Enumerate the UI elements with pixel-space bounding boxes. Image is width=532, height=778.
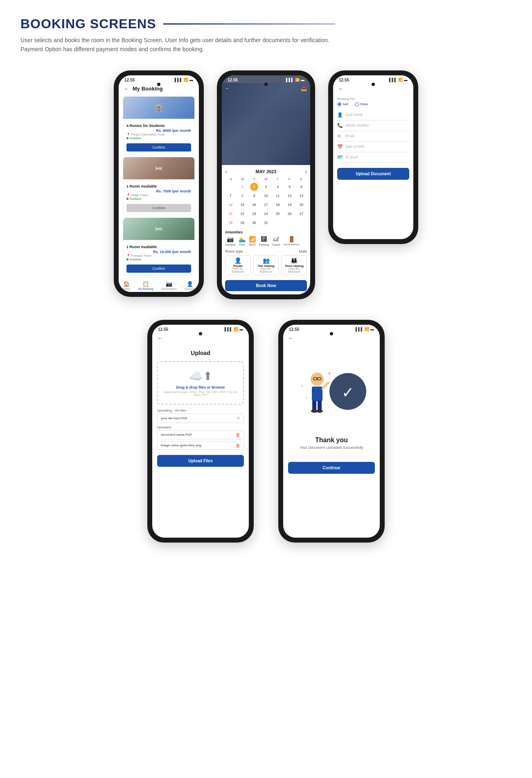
nav-home-label: Home <box>123 287 131 290</box>
cal-day-22[interactable]: 22 <box>238 210 246 218</box>
cal-day-29[interactable]: 29 <box>238 219 246 227</box>
back-arrow-2[interactable]: ← <box>225 86 230 91</box>
radio-other[interactable]: Other <box>355 102 368 106</box>
upload-document-button[interactable]: Upload Document <box>337 168 409 180</box>
avail-badge-3: Available <box>126 258 191 261</box>
room-type-three[interactable]: 👨‍👨‍👦 Three sharing From Rs. 5000/room <box>281 255 307 275</box>
email-icon: ✉ <box>337 133 343 139</box>
cal-day-27[interactable]: 27 <box>298 210 306 218</box>
room-type-private[interactable]: 👤 Private From Rs. 5000/room <box>225 255 251 275</box>
camera-dot-3 <box>372 83 375 86</box>
pool-icon: 🏊 <box>239 236 246 242</box>
three-sharing-icon: 👨‍👨‍👦 <box>291 257 298 264</box>
cal-day-21[interactable]: 21 <box>226 210 234 218</box>
cal-day-17[interactable]: 17 <box>262 201 270 209</box>
continue-button[interactable]: Continue <box>288 462 375 474</box>
browse-link[interactable]: Browse <box>212 385 225 389</box>
nav-my-booking[interactable]: 📋 My Booking <box>138 281 153 290</box>
cal-day-14[interactable]: 14 <box>226 201 234 209</box>
nav-home[interactable]: 🏠 Home <box>123 281 131 290</box>
nav-subscription[interactable]: 📷 Subscription <box>161 281 177 290</box>
cal-day-23[interactable]: 23 <box>250 210 258 218</box>
phone-calendar: 12.55 ▌▌▌ 📶 ▬ ← 📤 ‹ MAY 2023 › <box>217 70 315 299</box>
cal-day-9[interactable]: 9 <box>250 192 258 200</box>
screens-row-2: 12.55 ▌▌▌ 📶 ▬ ← Upload ☁️⬆ Drag & drop f… <box>20 320 512 543</box>
status-icons-2: ▌▌▌ 📶 ▬ <box>286 78 304 82</box>
booking-icon: 📋 <box>142 281 149 287</box>
cal-day-18[interactable]: 18 <box>274 201 282 209</box>
success-svg: ✓ <box>295 355 368 428</box>
cal-day-4[interactable]: 4 <box>274 183 282 191</box>
confirm-btn-3[interactable]: Confirm <box>126 265 191 273</box>
cal-day-15[interactable]: 15 <box>238 201 246 209</box>
avail-dot-3 <box>126 258 128 260</box>
avail-dot-1 <box>126 137 128 139</box>
battery-icon-3: ▬ <box>404 78 408 82</box>
field-id-proof[interactable]: 🪪 ID Proof <box>337 152 409 163</box>
phone-upload: 12.55 ▌▌▌ 📶 ▬ ← Upload ☁️⬆ Drag & drop f… <box>147 320 254 543</box>
signal-icon-5: ▌▌▌ <box>356 327 363 331</box>
cal-day-11[interactable]: 11 <box>274 192 282 200</box>
confirm-btn-1[interactable]: Confirm <box>126 143 191 152</box>
svg-line-7 <box>322 382 328 389</box>
cal-day-13[interactable]: 13 <box>298 192 306 200</box>
cal-day-8[interactable]: 8 <box>238 192 246 200</box>
cal-day-2[interactable]: 2 <box>250 183 258 191</box>
cal-day-6[interactable]: 6 <box>298 183 306 191</box>
cal-day-28[interactable]: 28 <box>226 219 234 227</box>
cal-day-30[interactable]: 30 <box>250 219 258 227</box>
status-icons-3: ▌▌▌ 📶 ▬ <box>389 78 408 82</box>
room-type-two[interactable]: 👥 Two sharing From Rs. 5000/room <box>253 255 279 275</box>
back-arrow-4[interactable]: ← <box>157 335 163 342</box>
cal-day-26[interactable]: 26 <box>286 210 294 218</box>
cal-day-12[interactable]: 12 <box>286 192 294 200</box>
cal-day-16[interactable]: 16 <box>250 201 258 209</box>
cal-day-1[interactable]: 1 <box>238 183 246 191</box>
cal-day-19[interactable]: 19 <box>286 201 294 209</box>
nav-account[interactable]: 👤 Account <box>185 281 195 290</box>
share-icon[interactable]: 📤 <box>301 86 307 91</box>
radio-dot-other <box>355 102 359 106</box>
room-card-2: 🛏 1 Room Available Rs. 7500 /per month 📍… <box>123 157 195 215</box>
cal-day-7[interactable]: 7 <box>226 192 234 200</box>
radio-self[interactable]: Self <box>337 102 348 106</box>
amenity-wifi: 📶Wi-Fi <box>249 236 256 246</box>
nav-account-label: Account <box>185 287 195 290</box>
page-subtitle: User selects and books the room in the B… <box>20 36 331 54</box>
book-now-button[interactable]: Book Now <box>225 280 307 291</box>
field-email[interactable]: ✉ Email <box>337 131 409 142</box>
field-mobile[interactable]: 📞 Mobile Number <box>337 120 409 131</box>
cal-day-25[interactable]: 25 <box>274 210 282 218</box>
cal-day-31[interactable]: 31 <box>262 219 270 227</box>
upload-content: Upload ☁️⬆ Drag & drop files or Browse S… <box>152 343 249 470</box>
uploading-label: Uploading - 3/3 files <box>157 409 244 412</box>
my-booking-title: My Booking <box>133 86 163 92</box>
cal-day-10[interactable]: 10 <box>262 192 270 200</box>
back-arrow-5[interactable]: ← <box>288 335 294 342</box>
cal-day-3[interactable]: 3 <box>262 183 270 191</box>
room-location-3: 📍 Patrapur, Pune <box>126 254 191 258</box>
cal-next[interactable]: › <box>305 168 307 175</box>
email-placeholder: Email <box>345 134 354 138</box>
upload-files-button[interactable]: Upload Files <box>157 455 244 467</box>
cal-day-20[interactable]: 20 <box>298 201 306 209</box>
field-dob[interactable]: 📅 Date of birth <box>337 142 409 152</box>
private-icon: 👤 <box>234 257 241 264</box>
confirm-btn-2[interactable]: Confirm <box>126 204 191 212</box>
back-arrow-3[interactable]: ← <box>338 86 344 92</box>
cal-day-24[interactable]: 24 <box>262 210 270 218</box>
svg-text:✦: ✦ <box>301 384 304 388</box>
file-close-icon[interactable]: ✕ <box>237 416 240 421</box>
back-arrow-1[interactable]: ← <box>124 86 129 92</box>
file-delete-icon-1[interactable]: 🗑 <box>236 432 240 437</box>
cal-prev[interactable]: ‹ <box>225 168 227 175</box>
cal-day-5[interactable]: 5 <box>286 183 294 191</box>
field-guest-name[interactable]: 👤 Gust Name <box>337 110 409 120</box>
room-name-2: 1 Room Available <box>126 184 157 188</box>
file-delete-icon-2[interactable]: 🗑 <box>236 443 240 448</box>
battery-icon: ▬ <box>189 78 193 82</box>
drop-zone[interactable]: ☁️⬆ Drag & drop files or Browse Supporte… <box>157 361 244 405</box>
amenity-couch: 🛋Couch <box>272 236 280 246</box>
status-bar-4: 12.55 ▌▌▌ 📶 ▬ <box>152 325 249 332</box>
upload-title: Upload <box>157 350 244 356</box>
